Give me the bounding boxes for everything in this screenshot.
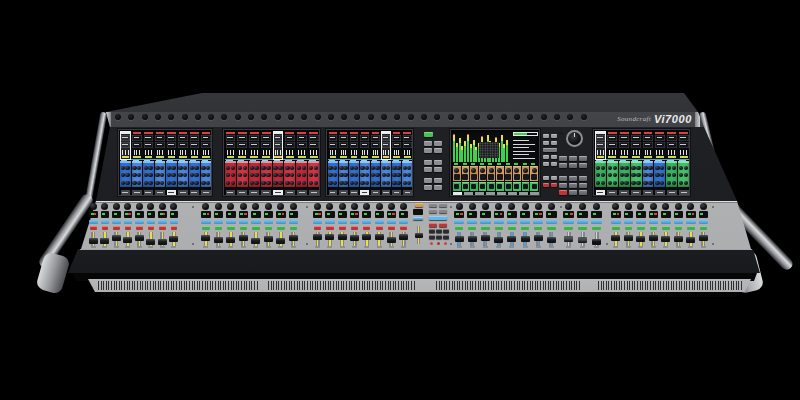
vistonics-knob[interactable] <box>648 166 652 170</box>
vistonics-knob[interactable] <box>273 173 277 177</box>
vistonics-knob[interactable] <box>160 173 164 177</box>
master-vistonics-strip[interactable] <box>496 166 504 181</box>
encoder-knob[interactable] <box>124 203 131 210</box>
fader-cap[interactable] <box>100 238 109 244</box>
vistonics-knob[interactable] <box>660 181 664 185</box>
encoder-knob[interactable] <box>101 203 108 210</box>
channel-label[interactable] <box>631 190 641 195</box>
fader-strip[interactable] <box>263 202 275 248</box>
vistonics-strip[interactable] <box>381 161 391 187</box>
monitor-level-knob[interactable] <box>566 130 583 147</box>
master-vistonics-strip[interactable] <box>453 182 461 192</box>
master-button[interactable] <box>514 184 519 189</box>
vistonics-knob[interactable] <box>613 173 617 177</box>
fader-strip[interactable] <box>134 202 145 248</box>
vistonics-strip[interactable] <box>201 161 212 187</box>
fader-strip[interactable] <box>100 202 111 248</box>
monitor-button[interactable] <box>569 156 577 161</box>
master-button[interactable] <box>488 174 494 180</box>
mute-button[interactable] <box>612 226 620 230</box>
channel-label[interactable] <box>121 190 131 195</box>
monitor-button[interactable] <box>569 163 577 168</box>
encoder-knob[interactable] <box>495 203 502 210</box>
vistonics-knob[interactable] <box>243 173 247 177</box>
channel-label[interactable] <box>226 190 236 195</box>
vistonics-knob[interactable] <box>596 173 600 177</box>
fader-cap[interactable] <box>455 236 464 242</box>
select-button[interactable] <box>124 220 133 224</box>
vistonics-knob[interactable] <box>148 166 152 170</box>
monitor-button[interactable] <box>559 156 567 161</box>
channel-label[interactable] <box>392 190 401 195</box>
vistonics-knob[interactable] <box>354 181 358 185</box>
fader-cap[interactable] <box>251 238 260 244</box>
vistonics-knob[interactable] <box>636 181 640 185</box>
fader-cap[interactable] <box>146 239 155 245</box>
select-button[interactable] <box>577 220 588 224</box>
master-label[interactable] <box>519 192 528 197</box>
encoder-knob[interactable] <box>662 203 669 210</box>
encoder-knob[interactable] <box>147 203 154 210</box>
panel-button[interactable] <box>551 176 557 180</box>
vistonics-knob[interactable] <box>125 181 129 185</box>
select-button[interactable] <box>611 220 621 224</box>
vistonics-knob[interactable] <box>624 166 628 170</box>
master-label[interactable] <box>497 192 506 197</box>
fader-cap[interactable] <box>112 235 121 241</box>
vistonics-knob[interactable] <box>660 166 664 170</box>
mute-button[interactable] <box>113 226 120 230</box>
vistonics-strip[interactable] <box>132 161 143 187</box>
fader-cap[interactable] <box>239 235 248 241</box>
select-button[interactable] <box>101 220 110 224</box>
master-vistonics-strip[interactable] <box>453 166 461 181</box>
fader-cap[interactable] <box>649 235 658 241</box>
mute-button[interactable] <box>625 226 633 230</box>
fader-cap[interactable] <box>289 235 298 241</box>
vistonics-knob[interactable] <box>132 173 136 177</box>
fader-cap[interactable] <box>264 236 273 242</box>
master-vistonics-strip[interactable] <box>462 182 470 192</box>
encoder-knob[interactable] <box>227 203 234 210</box>
encoder-knob[interactable] <box>593 203 600 210</box>
fader-strip[interactable] <box>590 202 603 248</box>
channel-label[interactable] <box>329 190 338 195</box>
channel-label[interactable] <box>297 190 307 195</box>
select-button[interactable] <box>170 220 179 224</box>
encoder-knob[interactable] <box>277 203 284 210</box>
vistonics-knob[interactable] <box>643 166 647 170</box>
master-knob[interactable] <box>514 168 519 173</box>
vistonics-knob[interactable] <box>297 181 301 185</box>
mute-button[interactable] <box>481 226 489 230</box>
vistonics-knob[interactable] <box>333 173 337 177</box>
master-knob[interactable] <box>523 168 528 173</box>
encoder-knob[interactable] <box>650 203 657 210</box>
master-button[interactable] <box>506 184 511 189</box>
channel-label[interactable] <box>132 190 142 195</box>
fader-strip[interactable] <box>374 202 385 248</box>
select-button[interactable] <box>661 220 671 224</box>
vistonics-knob[interactable] <box>407 181 411 185</box>
master-button[interactable] <box>454 184 459 189</box>
vistonics-strip[interactable] <box>392 161 402 187</box>
vistonics-knob[interactable] <box>254 181 258 185</box>
vistonics-knob[interactable] <box>290 173 294 177</box>
vistonics-knob[interactable] <box>684 173 688 177</box>
vistonics-knob[interactable] <box>309 166 313 170</box>
vistonics-knob[interactable] <box>667 173 671 177</box>
vistonics-knob[interactable] <box>679 173 683 177</box>
fader-cap[interactable] <box>399 234 408 240</box>
vistonics-strip[interactable] <box>339 161 349 187</box>
master-label[interactable] <box>508 192 517 197</box>
master-vistonics-strip[interactable] <box>513 182 521 192</box>
vistonics-knob[interactable] <box>297 166 301 170</box>
select-button[interactable] <box>226 220 236 224</box>
panel-button[interactable] <box>434 141 442 146</box>
select-button[interactable] <box>112 220 121 224</box>
vistonics-knob[interactable] <box>596 181 600 185</box>
mute-button[interactable] <box>592 226 601 230</box>
fader-cap[interactable] <box>564 236 573 242</box>
vistonics-knob[interactable] <box>596 166 600 170</box>
vistonics-knob[interactable] <box>238 166 242 170</box>
fader-cap[interactable] <box>313 234 322 240</box>
encoder-knob[interactable] <box>388 203 395 210</box>
